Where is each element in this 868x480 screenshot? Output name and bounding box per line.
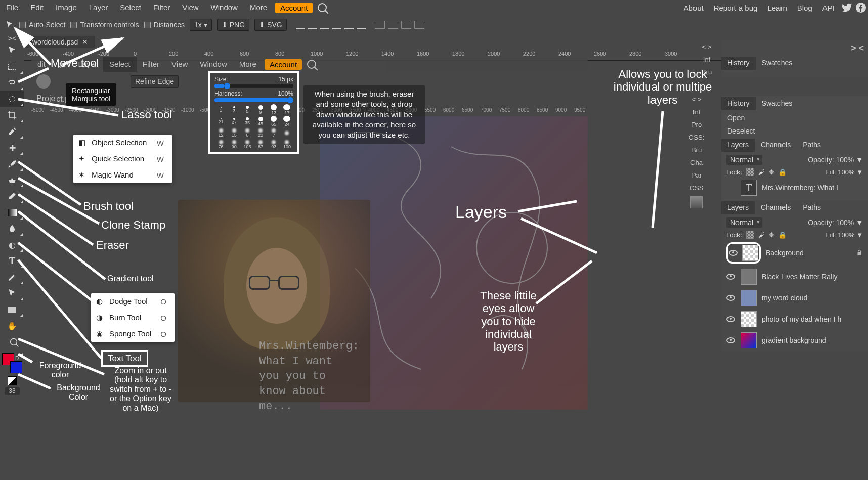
twitter-icon[interactable] <box>841 2 852 13</box>
lock-all-icon[interactable]: 🔒 <box>778 231 787 239</box>
history-deselect[interactable]: Deselect <box>721 124 868 138</box>
lock-move-icon[interactable]: ✥ <box>769 168 774 176</box>
fill-value[interactable]: Fill: 100% ▼ <box>826 231 863 239</box>
marquee-tool[interactable] <box>0 59 24 75</box>
eye-icon[interactable] <box>726 295 735 301</box>
menu-edit[interactable]: Edit <box>24 0 50 15</box>
menu-view[interactable]: View <box>176 0 204 15</box>
layer-row[interactable]: photo of my dad when I h <box>721 309 868 330</box>
align-middle-icon[interactable] <box>344 20 354 29</box>
align-right-icon[interactable] <box>320 20 329 29</box>
menu-select[interactable]: Select <box>114 0 147 15</box>
eye-icon[interactable] <box>726 274 735 280</box>
lock-move-icon[interactable]: ✥ <box>769 231 774 239</box>
align-bottom-icon[interactable] <box>357 20 366 29</box>
zoom-percent[interactable]: 33 <box>5 387 20 395</box>
collapse-tools[interactable]: >< <box>0 34 24 42</box>
pen-tool[interactable] <box>0 269 24 285</box>
link-about[interactable]: About <box>678 4 708 12</box>
zoom-tool[interactable] <box>0 334 24 350</box>
image-icon[interactable] <box>690 196 703 208</box>
paths-tab[interactable]: Paths <box>797 201 827 214</box>
color-swatch[interactable]: ⇄ D <box>2 353 22 373</box>
eye-icon[interactable] <box>726 316 735 322</box>
layers-tab[interactable]: Layers <box>721 201 755 214</box>
eyedropper-tool[interactable] <box>0 123 24 140</box>
eye-icon[interactable] <box>729 250 738 256</box>
layer-row[interactable]: TMrs.Wintemberg: What I <box>721 177 868 198</box>
lock-pixels-icon[interactable] <box>746 231 754 239</box>
link-bug[interactable]: Report a bug <box>709 4 763 12</box>
menu-magic-wand[interactable]: ✶Magic WandW <box>73 167 172 183</box>
background-color[interactable] <box>10 361 22 373</box>
collapse-toggle[interactable]: < > <box>697 40 716 53</box>
lock-brush-icon[interactable]: 🖌 <box>758 231 765 239</box>
hardness-slider[interactable] <box>214 98 293 102</box>
info-tab-mini[interactable]: Inf <box>697 53 716 66</box>
menu-dodge[interactable]: ◐Dodge ToolO <box>91 293 175 310</box>
quickmask-icon[interactable] <box>8 376 17 385</box>
type-tool[interactable]: T <box>0 253 24 269</box>
menu-filter[interactable]: Filter <box>147 0 176 15</box>
lock-pixels-icon[interactable] <box>746 168 754 176</box>
shape-tool[interactable] <box>0 301 24 318</box>
menu-file[interactable]: File <box>0 0 24 15</box>
distribute-more-icon[interactable] <box>414 21 424 29</box>
history-tab[interactable]: History <box>721 57 756 70</box>
heal-tool[interactable]: ✚ <box>0 140 24 156</box>
distribute-v-icon[interactable] <box>388 21 398 29</box>
gradient-tool[interactable] <box>0 204 24 221</box>
eye-icon[interactable] <box>726 337 735 343</box>
document-tab[interactable]: wordcloud.psd✕ <box>25 36 95 48</box>
layer-row[interactable]: Black Lives Matter Rally <box>721 266 868 287</box>
align-center-icon[interactable] <box>308 20 317 29</box>
facebook-icon[interactable] <box>855 2 866 13</box>
clone-stamp-tool[interactable] <box>0 172 24 188</box>
object-select-tool[interactable] <box>0 91 24 107</box>
menu-layer[interactable]: Layer <box>83 0 114 15</box>
swap-colors-icon[interactable]: ⇄ <box>19 352 23 358</box>
selection-tool-flyout[interactable]: ◧Object SelectionW ✦Quick SelectionW ✶Ma… <box>73 135 172 183</box>
dodge-tool-flyout[interactable]: ◐Dodge ToolO ◑Burn ToolO ◉Sponge ToolO <box>91 293 175 342</box>
menu-account[interactable]: Account <box>275 3 313 13</box>
link-api[interactable]: API <box>817 4 840 12</box>
lock-brush-icon[interactable]: 🖌 <box>758 168 765 176</box>
link-blog[interactable]: Blog <box>792 4 817 12</box>
dodge-tool[interactable]: ◐ <box>0 237 24 253</box>
link-learn[interactable]: Learn <box>762 4 792 12</box>
distribute-h-icon[interactable] <box>375 21 385 29</box>
layer-row[interactable]: my word cloud <box>721 287 868 309</box>
menu-burn[interactable]: ◑Burn ToolO <box>91 310 175 326</box>
brush-preset-grid[interactable]: 1359131721273545652412158227769010587931… <box>214 104 293 150</box>
distribute-s-icon[interactable] <box>401 21 411 29</box>
hand-tool[interactable]: ✋ <box>0 318 24 334</box>
zoom-dropdown[interactable]: 1x ▾ <box>190 19 212 31</box>
distances-checkbox[interactable]: Distances <box>144 21 185 29</box>
menu-window[interactable]: Window <box>205 0 244 15</box>
opacity-value[interactable]: Opacity: 100% ▼ <box>808 219 863 227</box>
transform-controls-checkbox[interactable]: Transform controls <box>70 21 139 29</box>
fill-value[interactable]: Fill: 100% ▼ <box>826 168 863 176</box>
opacity-value[interactable]: Opacity: 100% ▼ <box>808 156 863 164</box>
layer-row[interactable]: gradient background <box>721 330 868 351</box>
swatches-tab[interactable]: Swatches <box>756 57 799 70</box>
menu-more[interactable]: More <box>244 0 273 15</box>
move-tool[interactable] <box>0 42 24 59</box>
blend-mode-select[interactable]: Normal <box>726 217 762 228</box>
brush-tool[interactable] <box>0 156 24 172</box>
align-top-icon[interactable] <box>332 20 341 29</box>
menu-quick-selection[interactable]: ✦Quick SelectionW <box>73 151 172 167</box>
default-colors-icon[interactable]: D <box>15 356 19 361</box>
export-png-button[interactable]: ⬇PNG <box>217 19 249 31</box>
panel-collapse[interactable]: > < <box>847 43 868 54</box>
crop-tool[interactable] <box>0 107 24 123</box>
menu-object-selection[interactable]: ◧Object SelectionW <box>73 135 172 151</box>
size-slider[interactable] <box>214 84 293 88</box>
blend-mode-select[interactable]: Normal <box>726 155 762 165</box>
brush-settings-popup[interactable]: Size:15 px Hardness:100% 135913172127354… <box>208 71 299 154</box>
lock-all-icon[interactable]: 🔒 <box>778 168 787 176</box>
blur-tool[interactable] <box>0 221 24 237</box>
history-open[interactable]: Open <box>721 111 868 124</box>
menu-image[interactable]: Image <box>50 0 83 15</box>
lasso-tool[interactable] <box>0 75 24 91</box>
